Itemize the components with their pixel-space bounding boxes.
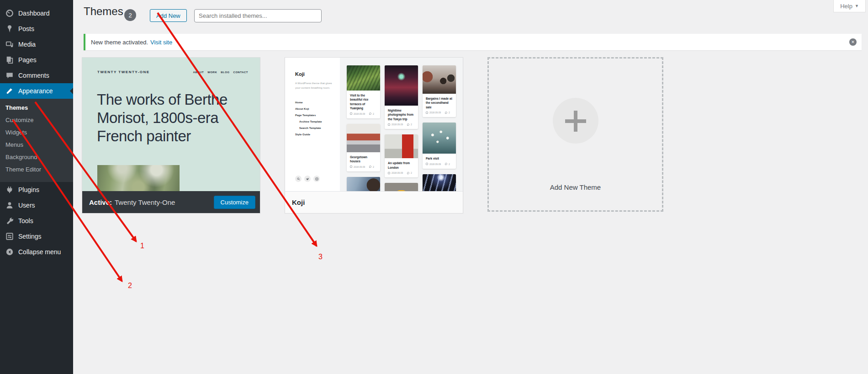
post-date: 2018.09.09	[354, 112, 365, 115]
plugin-icon	[5, 186, 14, 194]
sidebar-item-label: Collapse menu	[18, 248, 61, 256]
pages-icon	[5, 56, 14, 64]
calendar-icon	[350, 112, 352, 115]
media-icon	[5, 40, 14, 48]
tokyo-night-image	[385, 65, 418, 106]
koji-preview-title: Koji	[295, 71, 335, 77]
instagram-icon	[313, 176, 320, 182]
calendar-icon	[388, 123, 390, 126]
notice-message: New theme activated.	[91, 39, 148, 46]
admin-sidebar: Dashboard Posts Media Pages Comments App…	[0, 0, 73, 374]
sidebar-item-dashboard[interactable]: Dashboard	[0, 5, 73, 21]
post-date: 2018.09.09	[392, 123, 403, 126]
sidebar-item-pages[interactable]: Pages	[0, 52, 73, 68]
sidebar-item-appearance[interactable]: Appearance	[0, 83, 73, 99]
sidebar-item-posts[interactable]: Posts	[0, 21, 73, 37]
page-title: Themes	[84, 5, 123, 18]
preview-nav-item: WORK	[207, 71, 217, 74]
koji-social-icons	[295, 176, 320, 182]
comment-icon	[407, 123, 409, 126]
theme-card-koji[interactable]: Koji A WordPress theme that gives your c…	[285, 57, 463, 213]
user-icon	[5, 201, 14, 209]
comment-icon	[445, 112, 447, 114]
sidebar-item-collapse-menu[interactable]: Collapse menu	[0, 244, 73, 260]
submenu-item-theme-editor[interactable]: Theme Editor	[0, 163, 73, 176]
preview-site-title: TWENTY TWENTY-ONE	[97, 70, 150, 74]
sidebar-item-label: Comments	[18, 72, 49, 79]
koji-preview-post	[385, 183, 418, 191]
post-comments: 2	[449, 111, 450, 114]
street-houses-image	[347, 124, 380, 152]
preview-nav-item: CONTACT	[233, 71, 248, 74]
comment-icon	[445, 163, 447, 165]
plus-icon	[574, 111, 577, 132]
search-input[interactable]	[194, 9, 322, 22]
add-new-theme-card[interactable]: Add New Theme	[487, 57, 663, 212]
koji-menu-item: Style Guide	[295, 133, 335, 136]
sidebar-item-label: Dashboard	[18, 10, 50, 17]
visit-site-link[interactable]: Visit site	[150, 39, 172, 46]
help-tab[interactable]: Help ▼	[833, 0, 866, 12]
koji-menu-item: Search Template	[299, 127, 335, 129]
add-new-theme-label: Add New Theme	[489, 183, 662, 191]
help-label: Help	[840, 3, 852, 10]
theme-count-badge: 2	[124, 9, 136, 21]
sidebar-item-label: Posts	[18, 25, 34, 32]
post-date: 2018.09.09	[354, 166, 365, 168]
paintbrush-icon	[5, 87, 14, 95]
koji-preview-post	[347, 177, 380, 191]
submenu-item-widgets[interactable]: Widgets	[0, 126, 73, 139]
sidebar-item-tools[interactable]: Tools	[0, 213, 73, 229]
koji-preview-post: From Facultative Works, AKU, and Forma	[423, 174, 456, 191]
yellow-car-image	[385, 183, 418, 191]
wrench-icon	[5, 217, 14, 225]
post-title: Bargains I made at the secondhand sale	[426, 96, 453, 109]
submenu-item-customize[interactable]: Customize	[0, 114, 73, 126]
sidebar-item-users[interactable]: Users	[0, 198, 73, 213]
post-comments: 2	[373, 112, 374, 115]
sidebar-item-label: Media	[18, 41, 36, 48]
appearance-submenu: Themes Customize Widgets Menus Backgroun…	[0, 99, 73, 182]
submenu-item-themes[interactable]: Themes	[0, 102, 73, 114]
dismiss-icon[interactable]: ✕	[849, 38, 857, 46]
sidebar-item-label: Appearance	[18, 87, 53, 95]
impressionist-painting-image	[97, 165, 180, 191]
theme-card-twenty-twenty-one[interactable]: TWENTY TWENTY-ONE ABOUT WORK BLOG CONTAC…	[82, 57, 260, 213]
preview-nav-item: ABOUT	[193, 71, 204, 74]
post-title: Visit to the beautiful rice terraces of …	[350, 93, 377, 111]
submenu-item-menus[interactable]: Menus	[0, 139, 73, 151]
sidebar-item-label: Users	[18, 202, 35, 209]
koji-preview-post: Park visit 2018.09.092	[423, 123, 456, 168]
koji-preview-post: An update from London 2018.09.092	[385, 134, 418, 177]
preview-heading: The works of Berthe Morisot, 1800s-era F…	[97, 91, 254, 145]
active-theme-footer: Active: Twenty Twenty-One Customize	[82, 191, 260, 213]
post-title: Park visit	[426, 156, 453, 160]
sidebar-item-plugins[interactable]: Plugins	[0, 182, 73, 198]
koji-preview-post: Bargains I made at the secondhand sale 2…	[423, 65, 456, 117]
comment-icon	[5, 71, 14, 80]
post-comments: 2	[411, 171, 412, 174]
koji-preview-post-grid: Visit to the beautiful rice terraces of …	[340, 58, 463, 191]
submenu-item-background[interactable]: Background	[0, 151, 73, 163]
post-comments: 2	[411, 123, 412, 126]
koji-menu-item: Archive Template	[299, 120, 335, 123]
rice-terraces-image	[347, 65, 380, 91]
koji-preview-post: Nighttime photographs from the Tokyo tri…	[385, 65, 418, 129]
add-new-button[interactable]: Add New	[150, 9, 187, 22]
calendar-icon	[426, 112, 428, 114]
comment-icon	[369, 166, 371, 168]
theme-screenshot: TWENTY TWENTY-ONE ABOUT WORK BLOG CONTAC…	[82, 58, 260, 191]
preview-nav-item: BLOG	[221, 71, 229, 74]
train-interior-image	[347, 177, 380, 191]
customize-button[interactable]: Customize	[214, 196, 255, 209]
sidebar-item-comments[interactable]: Comments	[0, 68, 73, 83]
annotation-label-1: 1	[140, 242, 144, 250]
sidebar-item-media[interactable]: Media	[0, 37, 73, 52]
post-date: 2018.09.09	[429, 163, 441, 166]
calendar-icon	[388, 172, 390, 174]
theme-name-footer: Koji	[285, 191, 463, 213]
koji-preview-menu: Home About Koji Page Templates Archive T…	[295, 101, 335, 136]
chevron-down-icon: ▼	[855, 4, 859, 8]
dashboard-icon	[5, 9, 14, 17]
sidebar-item-settings[interactable]: Settings	[0, 229, 73, 244]
